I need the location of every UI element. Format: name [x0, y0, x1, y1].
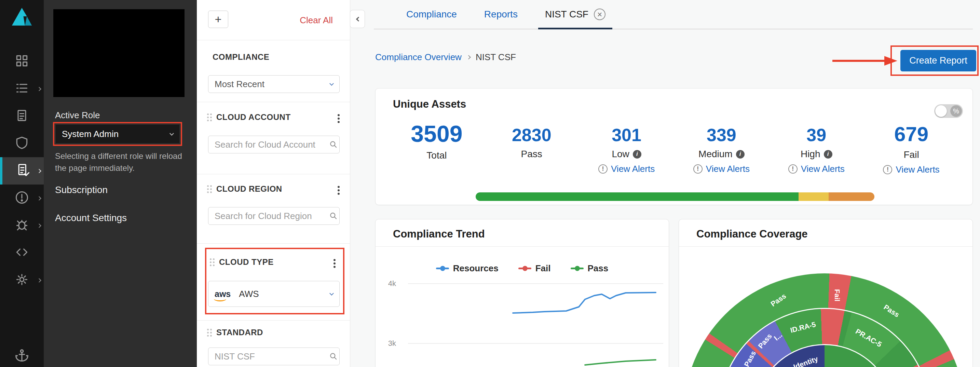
- drag-handle-icon[interactable]: [207, 113, 213, 122]
- bug-icon: [14, 217, 29, 234]
- divider: [197, 243, 350, 244]
- kebab-menu-icon[interactable]: [334, 259, 336, 261]
- unique-assets-stats: 3509 Total 2830 Pass 301 Low View Alerts…: [389, 122, 959, 175]
- cloud-region-search-input[interactable]: [215, 211, 329, 221]
- tab-bar: Compliance Reports NIST CSF: [374, 0, 973, 29]
- view-alerts-link[interactable]: View Alerts: [788, 164, 845, 174]
- nav-item-policies[interactable]: [0, 130, 44, 157]
- bar-segment-high: [829, 192, 874, 201]
- stat-label: Total: [426, 150, 447, 161]
- stat-label: Medium: [698, 149, 733, 160]
- create-report-button[interactable]: Create Report: [900, 50, 976, 71]
- nav-item-bottom[interactable]: [0, 348, 44, 365]
- nav-item-code-security[interactable]: [0, 239, 44, 267]
- add-filter-button[interactable]: +: [208, 11, 228, 28]
- primary-nav-rail: [0, 0, 44, 367]
- search-icon: [329, 352, 338, 361]
- legend-item-pass[interactable]: Pass: [571, 263, 609, 274]
- alert-icon: [598, 164, 608, 173]
- aws-logo: aws: [215, 290, 231, 298]
- tab-compliance[interactable]: Compliance: [406, 0, 457, 29]
- nav-item-inventory[interactable]: [0, 75, 44, 103]
- stat-total: 3509 Total: [389, 122, 484, 175]
- percent-toggle[interactable]: %: [934, 104, 963, 118]
- nav-item-settings[interactable]: [0, 267, 44, 294]
- standard-search-input[interactable]: [215, 351, 329, 362]
- legend-item-fail[interactable]: Fail: [519, 263, 551, 274]
- legend-marker-icon: [436, 268, 449, 269]
- compliance-coverage-title: Compliance Coverage: [697, 228, 808, 240]
- code-icon: [14, 245, 29, 261]
- active-role-value: System Admin: [62, 129, 119, 140]
- cloud-type-value: AWS: [239, 289, 259, 299]
- nav-item-investigate[interactable]: [0, 103, 44, 130]
- nav-item-compliance[interactable]: [0, 157, 44, 184]
- divider: [197, 40, 350, 40]
- drag-handle-icon[interactable]: [207, 329, 213, 338]
- stat-value: 2830: [512, 126, 552, 144]
- card-header: Compliance Coverage: [679, 219, 972, 247]
- clear-all-filters-button[interactable]: Clear All: [300, 15, 333, 25]
- collapse-panel-button[interactable]: [350, 10, 365, 28]
- compliance-sort-value: Most Recent: [215, 79, 264, 89]
- nav-item-alerts[interactable]: [0, 184, 44, 212]
- cloud-region-search: [208, 207, 340, 225]
- chevron-down-icon: [329, 291, 334, 296]
- divider: [197, 320, 350, 321]
- cloud-account-search-input[interactable]: [215, 140, 329, 150]
- stat-value: 39: [807, 126, 826, 144]
- compliance-coverage-card: Compliance Coverage Fail Pass Pass Pass …: [679, 219, 973, 367]
- chevron-down-icon: [170, 131, 174, 136]
- drag-handle-icon[interactable]: [210, 258, 215, 267]
- compliance-sort-dropdown[interactable]: Most Recent: [208, 75, 340, 93]
- cloud-account-search: [208, 136, 340, 153]
- info-icon[interactable]: [824, 150, 832, 159]
- dashboard-icon: [14, 53, 29, 70]
- info-icon[interactable]: [736, 150, 745, 159]
- unique-assets-card: Unique Assets % 3509 Total 2830 Pass 301…: [375, 88, 973, 205]
- divider: [197, 102, 350, 102]
- nav-item-vulnerabilities[interactable]: [0, 212, 44, 239]
- menu-item-subscription[interactable]: Subscription: [55, 184, 108, 195]
- breadcrumb-link-compliance-overview[interactable]: Compliance Overview: [375, 52, 461, 62]
- chevron-right-icon: [466, 55, 471, 59]
- trend-line-chart: [375, 277, 670, 367]
- stat-value: 339: [706, 126, 737, 144]
- drag-handle-icon[interactable]: [207, 185, 213, 194]
- alert-icon: [788, 164, 797, 173]
- chevron-right-icon: [37, 278, 41, 283]
- stat-high: 39 High View Alerts: [769, 122, 864, 175]
- divider: [197, 174, 350, 174]
- filter-section-title-compliance: COMPLIANCE: [213, 52, 269, 62]
- stat-value: 301: [612, 126, 641, 144]
- cloud-type-dropdown[interactable]: aws AWS: [208, 281, 340, 307]
- legend-marker-icon: [519, 268, 531, 269]
- compliance-trend-card: Compliance Trend Resources Fail Pass 4k …: [375, 219, 669, 367]
- anchor-icon: [14, 348, 30, 365]
- app-logo-icon[interactable]: [10, 5, 34, 29]
- tab-reports[interactable]: Reports: [484, 0, 518, 29]
- close-tab-icon[interactable]: [594, 8, 606, 20]
- role-helper-text: Selecting a different role will reload t…: [55, 150, 189, 174]
- info-icon[interactable]: [633, 150, 641, 159]
- filter-panel: + Clear All COMPLIANCE Most Recent CLOUD…: [197, 0, 350, 367]
- alert-circle-icon: [14, 190, 29, 207]
- kebab-menu-icon[interactable]: [337, 186, 340, 188]
- menu-item-account-settings[interactable]: Account Settings: [55, 213, 127, 224]
- kebab-menu-icon[interactable]: [337, 114, 340, 116]
- view-alerts-link[interactable]: View Alerts: [693, 164, 750, 174]
- view-alerts-link[interactable]: View Alerts: [883, 164, 939, 175]
- nav-item-dashboards[interactable]: [0, 48, 44, 75]
- standard-search: [208, 348, 340, 365]
- stat-label: Low: [612, 149, 629, 160]
- trend-legend: Resources Fail Pass: [375, 263, 669, 274]
- shield-icon: [14, 135, 29, 152]
- active-role-label: Active Role: [55, 110, 100, 121]
- chevron-right-icon: [37, 224, 41, 228]
- toggle-knob: [935, 105, 947, 117]
- legend-item-resources[interactable]: Resources: [436, 263, 498, 274]
- active-role-dropdown[interactable]: System Admin: [56, 125, 180, 143]
- view-alerts-link[interactable]: View Alerts: [598, 164, 655, 174]
- search-icon: [329, 140, 338, 149]
- tab-nist-csf[interactable]: NIST CSF: [545, 0, 606, 29]
